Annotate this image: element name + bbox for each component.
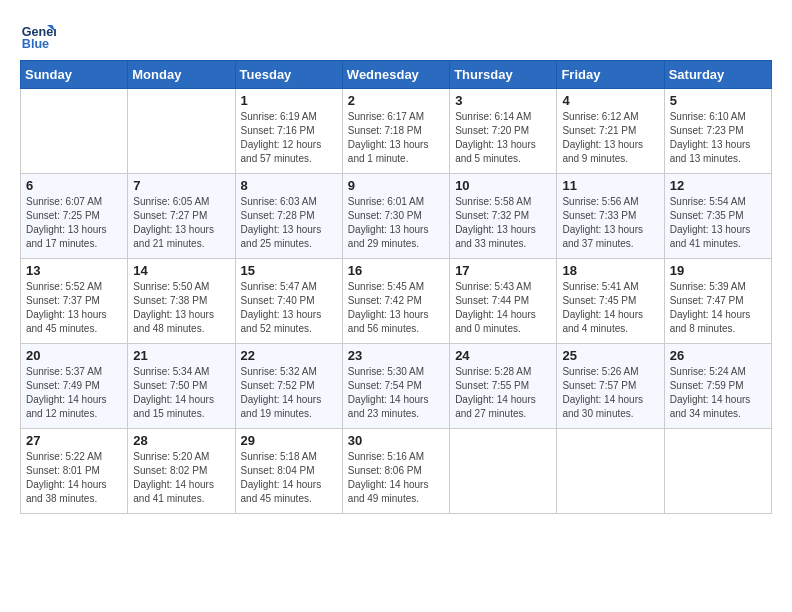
day-number: 23 — [348, 348, 444, 363]
day-number: 25 — [562, 348, 658, 363]
calendar-cell: 30Sunrise: 5:16 AM Sunset: 8:06 PM Dayli… — [342, 429, 449, 514]
day-number: 24 — [455, 348, 551, 363]
calendar-cell: 29Sunrise: 5:18 AM Sunset: 8:04 PM Dayli… — [235, 429, 342, 514]
dow-header: Friday — [557, 61, 664, 89]
dow-header: Thursday — [450, 61, 557, 89]
calendar-cell: 21Sunrise: 5:34 AM Sunset: 7:50 PM Dayli… — [128, 344, 235, 429]
day-info: Sunrise: 5:54 AM Sunset: 7:35 PM Dayligh… — [670, 195, 766, 251]
day-info: Sunrise: 6:10 AM Sunset: 7:23 PM Dayligh… — [670, 110, 766, 166]
svg-text:Blue: Blue — [22, 37, 49, 51]
logo: General Blue — [20, 16, 60, 52]
calendar-cell: 4Sunrise: 6:12 AM Sunset: 7:21 PM Daylig… — [557, 89, 664, 174]
calendar-cell: 13Sunrise: 5:52 AM Sunset: 7:37 PM Dayli… — [21, 259, 128, 344]
day-info: Sunrise: 5:22 AM Sunset: 8:01 PM Dayligh… — [26, 450, 122, 506]
day-number: 12 — [670, 178, 766, 193]
day-info: Sunrise: 6:05 AM Sunset: 7:27 PM Dayligh… — [133, 195, 229, 251]
page-header: General Blue — [20, 16, 772, 52]
day-number: 18 — [562, 263, 658, 278]
day-info: Sunrise: 5:28 AM Sunset: 7:55 PM Dayligh… — [455, 365, 551, 421]
day-number: 5 — [670, 93, 766, 108]
day-info: Sunrise: 5:26 AM Sunset: 7:57 PM Dayligh… — [562, 365, 658, 421]
day-number: 10 — [455, 178, 551, 193]
dow-header: Tuesday — [235, 61, 342, 89]
calendar-cell: 11Sunrise: 5:56 AM Sunset: 7:33 PM Dayli… — [557, 174, 664, 259]
calendar-cell — [557, 429, 664, 514]
calendar-cell: 19Sunrise: 5:39 AM Sunset: 7:47 PM Dayli… — [664, 259, 771, 344]
dow-header: Wednesday — [342, 61, 449, 89]
day-number: 9 — [348, 178, 444, 193]
calendar-cell — [450, 429, 557, 514]
day-info: Sunrise: 5:30 AM Sunset: 7:54 PM Dayligh… — [348, 365, 444, 421]
day-number: 7 — [133, 178, 229, 193]
day-info: Sunrise: 6:17 AM Sunset: 7:18 PM Dayligh… — [348, 110, 444, 166]
calendar-cell: 24Sunrise: 5:28 AM Sunset: 7:55 PM Dayli… — [450, 344, 557, 429]
dow-header: Monday — [128, 61, 235, 89]
day-info: Sunrise: 5:24 AM Sunset: 7:59 PM Dayligh… — [670, 365, 766, 421]
calendar-cell: 2Sunrise: 6:17 AM Sunset: 7:18 PM Daylig… — [342, 89, 449, 174]
day-number: 2 — [348, 93, 444, 108]
day-info: Sunrise: 5:39 AM Sunset: 7:47 PM Dayligh… — [670, 280, 766, 336]
day-number: 27 — [26, 433, 122, 448]
day-info: Sunrise: 5:32 AM Sunset: 7:52 PM Dayligh… — [241, 365, 337, 421]
day-info: Sunrise: 6:14 AM Sunset: 7:20 PM Dayligh… — [455, 110, 551, 166]
calendar-table: SundayMondayTuesdayWednesdayThursdayFrid… — [20, 60, 772, 514]
day-number: 15 — [241, 263, 337, 278]
day-number: 16 — [348, 263, 444, 278]
day-number: 13 — [26, 263, 122, 278]
logo-icon: General Blue — [20, 16, 56, 52]
day-info: Sunrise: 5:52 AM Sunset: 7:37 PM Dayligh… — [26, 280, 122, 336]
day-info: Sunrise: 5:18 AM Sunset: 8:04 PM Dayligh… — [241, 450, 337, 506]
day-number: 17 — [455, 263, 551, 278]
day-info: Sunrise: 6:12 AM Sunset: 7:21 PM Dayligh… — [562, 110, 658, 166]
day-number: 1 — [241, 93, 337, 108]
day-number: 20 — [26, 348, 122, 363]
calendar-cell: 1Sunrise: 6:19 AM Sunset: 7:16 PM Daylig… — [235, 89, 342, 174]
day-info: Sunrise: 5:45 AM Sunset: 7:42 PM Dayligh… — [348, 280, 444, 336]
calendar-cell: 12Sunrise: 5:54 AM Sunset: 7:35 PM Dayli… — [664, 174, 771, 259]
day-info: Sunrise: 5:47 AM Sunset: 7:40 PM Dayligh… — [241, 280, 337, 336]
calendar-cell: 9Sunrise: 6:01 AM Sunset: 7:30 PM Daylig… — [342, 174, 449, 259]
day-number: 21 — [133, 348, 229, 363]
day-info: Sunrise: 5:16 AM Sunset: 8:06 PM Dayligh… — [348, 450, 444, 506]
calendar-cell — [128, 89, 235, 174]
day-number: 3 — [455, 93, 551, 108]
calendar-cell: 27Sunrise: 5:22 AM Sunset: 8:01 PM Dayli… — [21, 429, 128, 514]
calendar-cell: 23Sunrise: 5:30 AM Sunset: 7:54 PM Dayli… — [342, 344, 449, 429]
calendar-cell: 25Sunrise: 5:26 AM Sunset: 7:57 PM Dayli… — [557, 344, 664, 429]
day-number: 22 — [241, 348, 337, 363]
calendar-cell — [664, 429, 771, 514]
day-info: Sunrise: 5:58 AM Sunset: 7:32 PM Dayligh… — [455, 195, 551, 251]
day-number: 4 — [562, 93, 658, 108]
calendar-cell: 7Sunrise: 6:05 AM Sunset: 7:27 PM Daylig… — [128, 174, 235, 259]
calendar-cell: 22Sunrise: 5:32 AM Sunset: 7:52 PM Dayli… — [235, 344, 342, 429]
day-number: 11 — [562, 178, 658, 193]
calendar-cell: 20Sunrise: 5:37 AM Sunset: 7:49 PM Dayli… — [21, 344, 128, 429]
day-number: 8 — [241, 178, 337, 193]
day-info: Sunrise: 5:50 AM Sunset: 7:38 PM Dayligh… — [133, 280, 229, 336]
calendar-cell: 3Sunrise: 6:14 AM Sunset: 7:20 PM Daylig… — [450, 89, 557, 174]
day-info: Sunrise: 5:56 AM Sunset: 7:33 PM Dayligh… — [562, 195, 658, 251]
calendar-cell: 14Sunrise: 5:50 AM Sunset: 7:38 PM Dayli… — [128, 259, 235, 344]
day-number: 26 — [670, 348, 766, 363]
calendar-cell: 17Sunrise: 5:43 AM Sunset: 7:44 PM Dayli… — [450, 259, 557, 344]
day-info: Sunrise: 6:19 AM Sunset: 7:16 PM Dayligh… — [241, 110, 337, 166]
calendar-cell — [21, 89, 128, 174]
calendar-cell: 26Sunrise: 5:24 AM Sunset: 7:59 PM Dayli… — [664, 344, 771, 429]
calendar-cell: 28Sunrise: 5:20 AM Sunset: 8:02 PM Dayli… — [128, 429, 235, 514]
day-info: Sunrise: 5:37 AM Sunset: 7:49 PM Dayligh… — [26, 365, 122, 421]
calendar-cell: 10Sunrise: 5:58 AM Sunset: 7:32 PM Dayli… — [450, 174, 557, 259]
calendar-cell: 6Sunrise: 6:07 AM Sunset: 7:25 PM Daylig… — [21, 174, 128, 259]
calendar-cell: 18Sunrise: 5:41 AM Sunset: 7:45 PM Dayli… — [557, 259, 664, 344]
day-info: Sunrise: 5:20 AM Sunset: 8:02 PM Dayligh… — [133, 450, 229, 506]
day-info: Sunrise: 5:41 AM Sunset: 7:45 PM Dayligh… — [562, 280, 658, 336]
day-info: Sunrise: 6:07 AM Sunset: 7:25 PM Dayligh… — [26, 195, 122, 251]
calendar-cell: 8Sunrise: 6:03 AM Sunset: 7:28 PM Daylig… — [235, 174, 342, 259]
day-info: Sunrise: 5:43 AM Sunset: 7:44 PM Dayligh… — [455, 280, 551, 336]
day-number: 19 — [670, 263, 766, 278]
day-number: 29 — [241, 433, 337, 448]
day-number: 6 — [26, 178, 122, 193]
day-info: Sunrise: 6:01 AM Sunset: 7:30 PM Dayligh… — [348, 195, 444, 251]
calendar-cell: 15Sunrise: 5:47 AM Sunset: 7:40 PM Dayli… — [235, 259, 342, 344]
day-number: 28 — [133, 433, 229, 448]
day-number: 30 — [348, 433, 444, 448]
